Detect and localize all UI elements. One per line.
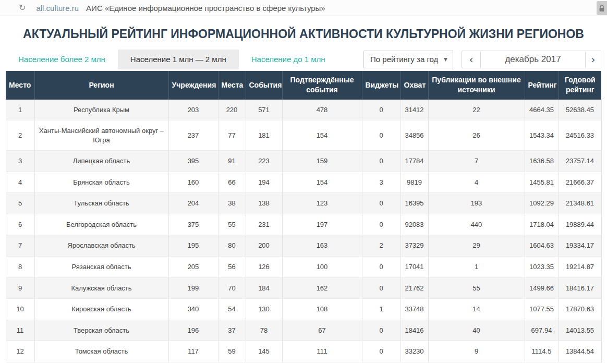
reload-icon[interactable]: ↻ [19,4,26,12]
prev-month-button[interactable]: ‹ [462,51,481,68]
table-row: 7Ярославская область19580200163237329291… [6,235,601,257]
table-cell: 1499.66 [525,277,559,299]
region-cell: Тульская область [34,193,168,214]
table-cell: 26 [428,120,525,151]
table-cell: 195 [168,235,218,257]
table-header-row: МестоРегионУчрежденияМестаСобытияПодтвер… [6,71,601,100]
region-cell: Республика Крым [34,100,168,120]
table-cell: 1604.63 [525,235,559,257]
tab-population-over-2m[interactable]: Население более 2 млн [6,50,118,69]
column-header: Места [218,71,246,100]
table-cell: 77 [218,120,246,151]
table-cell: 204 [168,193,218,214]
table-cell: 38 [218,193,246,214]
lock-glyph [599,5,605,12]
lock-icon[interactable] [597,1,607,15]
region-cell: Белгородская область [34,214,168,235]
table-cell: 91 [218,151,246,172]
column-header: Публикации во внешние источники [428,71,525,100]
region-cell: Калужская область [34,277,168,299]
table-row: 4Брянская область160661941543981941455.8… [6,172,601,193]
table-cell: 11 [6,320,34,341]
table-cell: 70 [218,277,246,299]
region-cell: Томская область [34,341,168,362]
table-row: 12Томская область1175914511103323091114.… [6,341,601,362]
table-cell: 0 [362,320,400,341]
table-cell: 33748 [400,299,428,320]
table-cell: 18416 [400,320,428,341]
table-cell: 19889.44 [559,214,601,235]
table-cell: 117 [168,341,218,362]
table-cell: 21348.61 [559,193,601,214]
table-cell: 34856 [400,120,428,151]
table-cell: 22 [428,100,525,120]
table-row: 6Белгородская область3755523119709208344… [6,214,601,235]
table-cell: 126 [246,256,282,277]
column-header: Регион [34,71,168,100]
population-tabs: Население более 2 млн Население 1 млн — … [6,50,338,69]
table-cell: 5 [6,193,34,214]
table-cell: 395 [168,151,218,172]
table-head: МестоРегионУчрежденияМестаСобытияПодтвер… [6,71,601,100]
table-cell: 24516.33 [559,120,601,151]
table-cell: 2 [362,235,400,257]
table-cell: 1114.5 [525,341,559,362]
column-header: Подтверждённые события [282,71,362,100]
table-cell: 159 [282,151,362,172]
table-cell: 78 [246,320,282,341]
table-cell: 160 [168,172,218,193]
table-cell: 375 [168,214,218,235]
table-cell: 1636.58 [525,151,559,172]
table-cell: 108 [282,299,362,320]
table-cell: 340 [168,299,218,320]
table-cell: 13844.54 [559,341,601,362]
table-cell: 17041 [400,256,428,277]
table-cell: 1092.29 [525,193,559,214]
tab-population-1m-2m[interactable]: Население 1 млн — 2 млн [118,50,239,69]
rating-table: МестоРегионУчрежденияМестаСобытияПодтвер… [6,71,602,362]
table-cell: 12 [6,341,34,362]
table-cell: 31412 [400,100,428,120]
table-row: 2Ханты-Мансийский автономный округ – Югр… [6,120,601,151]
table-cell: 1718.04 [525,214,559,235]
table-cell: 194 [246,172,282,193]
table-row: 1Республика Крым203220571478031412224664… [6,100,601,120]
table-cell: 223 [246,151,282,172]
table-cell: 478 [282,100,362,120]
table-cell: 123 [282,193,362,214]
table-cell: 2 [6,120,34,151]
table-cell: 29 [428,235,525,257]
region-cell: Кировская область [34,299,168,320]
next-month-button[interactable]: › [585,51,601,68]
table-cell: 203 [168,100,218,120]
column-header: Охват [400,71,428,100]
table-cell: 0 [362,151,400,172]
table-cell: 92083 [400,214,428,235]
table-cell: 0 [362,277,400,299]
table-cell: 37329 [400,235,428,257]
table-cell: 21762 [400,277,428,299]
table-row: 10Кировская область340541301081337481410… [6,299,601,320]
region-cell: Тверская область [34,320,168,341]
table-cell: 80 [218,235,246,257]
table-cell: 130 [246,299,282,320]
sort-select[interactable]: По рейтингу за год ▼ [363,51,453,68]
table-cell: 1023.35 [525,256,559,277]
table-cell: 19334.17 [559,235,601,257]
table-cell: 1 [362,299,400,320]
column-header: События [246,71,282,100]
current-month-label[interactable]: декабрь 2017 [481,51,585,68]
url-text[interactable]: all.culture.ru [36,4,79,13]
column-header: Рейтинг [525,71,559,100]
table-cell: 181 [246,120,282,151]
table-cell: 37 [218,320,246,341]
table-cell: 9819 [400,172,428,193]
table-cell: 56 [218,256,246,277]
browser-page-title: АИС «Единое информационное пространство … [86,4,325,13]
table-cell: 571 [246,100,282,120]
table-cell: 14 [428,299,525,320]
table-cell: 697.94 [525,320,559,341]
region-cell: Ярославская область [34,235,168,257]
table-cell: 19214.87 [559,256,601,277]
tab-population-under-1m[interactable]: Население до 1 млн [239,50,338,69]
